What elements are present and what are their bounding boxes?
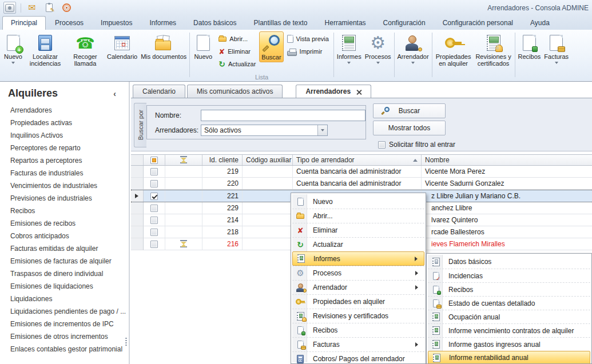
nuevo-button[interactable]: Nuevo <box>1 31 25 67</box>
ribbon-tab-procesos[interactable]: Procesos <box>47 17 92 30</box>
imprimir-button[interactable]: Imprimir <box>285 46 331 57</box>
sidebar-item-previsiones-de-industriales[interactable]: Previsiones de industriales <box>0 192 129 205</box>
row-checkbox-cell[interactable] <box>144 202 165 214</box>
mis-documentos-button[interactable]: Mis documentos <box>139 31 188 61</box>
localizar-incidencias-button[interactable]: Localizar incidencias <box>25 31 65 68</box>
tab-mis-comunicados[interactable]: Mis comunicados activos <box>187 85 283 98</box>
row-checkbox-cell[interactable] <box>144 238 165 250</box>
sidebar-item-liquidaciones[interactable]: Liquidaciones <box>0 293 129 305</box>
header-select-all[interactable] <box>144 155 165 165</box>
app-icon-button[interactable] <box>3 2 16 14</box>
header-codigo-auxiliar[interactable]: Código auxiliar <box>243 155 293 165</box>
sidebar-item-emisiones-liquidaciones[interactable]: Emisiones de liquidaciones <box>0 280 129 293</box>
sidebar-item-enlaces-contables[interactable]: Enlaces contables gestor patrimonial <box>0 343 129 355</box>
row-checkbox[interactable] <box>150 168 158 175</box>
procesos-button[interactable]: ⚙ Procesos <box>363 31 393 67</box>
recoger-llamada-button[interactable]: ☎ Recoger llamada <box>65 31 105 68</box>
sidebar-item-traspasos-dinero[interactable]: Traspasos de dinero individual <box>0 267 129 280</box>
menu-item-revisiones-certificados[interactable]: Revisiones y certificados <box>292 309 424 323</box>
calendario-button[interactable]: Calendario <box>105 31 139 61</box>
mostrar-todos-button[interactable]: Mostrar todos <box>373 121 446 135</box>
ribbon-tab-impuestos[interactable]: Impuestos <box>93 17 140 30</box>
solicitar-filtro-checkbox[interactable] <box>378 141 386 149</box>
broadcast-button[interactable] <box>60 2 73 14</box>
submenu-item-gastos-ingresos[interactable]: Informe gastos ingresos anual <box>428 337 590 351</box>
menu-item-procesos[interactable]: ⚙Procesos <box>292 266 424 280</box>
buscar-por-side-tab[interactable]: Buscar por <box>134 103 146 147</box>
sidebar-item-cobros-anticipados[interactable]: Cobros anticipados <box>0 230 129 242</box>
sidebar-item-recibos[interactable]: Recibos <box>0 205 129 217</box>
collapse-chevron-icon[interactable]: ‹ <box>113 89 116 98</box>
tab-arrendadores[interactable]: Arrendadores <box>296 85 371 98</box>
header-id-cliente[interactable]: Id. cliente <box>202 155 243 165</box>
sidebar-item-incrementos-ipc[interactable]: Emisiones de incrementos de IPC <box>0 318 129 330</box>
header-hourglass[interactable] <box>165 155 202 165</box>
combo-dropdown-button[interactable] <box>317 125 327 135</box>
sidebar-item-facturas-de-industriales[interactable]: Facturas de industriales <box>0 167 129 179</box>
nombre-input[interactable] <box>201 110 365 121</box>
vista-previa-button[interactable]: Vista previa <box>285 34 331 44</box>
row-checkbox[interactable] <box>150 241 158 248</box>
sidebar-item-inquilinos-activos[interactable]: Inquilinos Activos <box>0 129 129 142</box>
arrendador-button[interactable]: Arrendador <box>396 31 431 67</box>
row-checkbox-cell[interactable] <box>144 226 165 238</box>
ribbon-tab-informes[interactable]: Informes <box>141 17 184 30</box>
resize-handle[interactable] <box>125 338 127 347</box>
submenu-item-rentabilidad-anual[interactable]: Informe rentabilidad anual <box>428 351 590 364</box>
row-checkbox[interactable] <box>150 193 158 200</box>
menu-item-abrir[interactable]: Abrir... <box>292 209 424 223</box>
menu-item-eliminar[interactable]: ✘Eliminar <box>292 223 424 237</box>
sidebar-item-propiedades-activas[interactable]: Propiedades activas <box>0 117 129 129</box>
propiedades-en-alquiler-button[interactable]: Propiedades en alquiler <box>434 31 474 68</box>
sidebar-item-arrendadores[interactable]: Arrendadores <box>0 104 129 117</box>
menu-item-recibos[interactable]: Recibos <box>292 323 424 337</box>
tasks-button[interactable] <box>43 2 55 14</box>
table-row[interactable]: 220 Cuenta bancaria del administrador Vi… <box>131 178 592 190</box>
submenu-item-vencimiento-contratos[interactable]: Informe vencimiento contratos de alquile… <box>428 323 590 337</box>
ribbon-tab-plantillas[interactable]: Plantillas de texto <box>245 17 315 30</box>
submenu-item-recibos[interactable]: Recibos <box>428 282 590 296</box>
row-checkbox[interactable] <box>150 217 158 224</box>
recibos-button[interactable]: Recibos <box>516 31 543 61</box>
menu-item-facturas[interactable]: Facturas <box>292 337 424 351</box>
row-checkbox-cell[interactable] <box>144 214 165 226</box>
submenu-item-incidencias[interactable]: ✓Incidencias <box>428 269 590 282</box>
row-checkbox-cell[interactable] <box>144 190 165 202</box>
informes-button[interactable]: Informes <box>335 31 363 67</box>
menu-item-informes[interactable]: Informes <box>292 251 424 266</box>
header-tipo-arrendador[interactable]: Tipo de arrendador <box>293 155 422 165</box>
arrendadores-select[interactable]: Sólo activos <box>201 125 328 136</box>
close-icon[interactable] <box>356 89 361 94</box>
row-checkbox[interactable] <box>150 229 158 236</box>
lista-nuevo-button[interactable]: Nuevo <box>191 31 215 61</box>
sidebar-item-liquidaciones-pendientes[interactable]: Liquidaciones pendientes de pago / ... <box>0 305 129 318</box>
menu-item-arrendador[interactable]: Arrendador <box>292 280 424 294</box>
row-checkbox[interactable] <box>150 205 158 212</box>
row-checkbox-cell[interactable] <box>144 166 165 178</box>
menu-item-actualizar[interactable]: ↻Actualizar <box>292 237 424 251</box>
sidebar-item-otros-incrementos[interactable]: Emisiones de otros incrementos <box>0 330 129 343</box>
sidebar-item-emisiones-facturas[interactable]: Emisiones de facturas de alquiler <box>0 255 129 267</box>
buscar-button[interactable]: Buscar <box>259 31 283 62</box>
row-checkbox[interactable] <box>150 180 158 187</box>
ribbon-tab-herramientas[interactable]: Herramientas <box>317 17 374 30</box>
eliminar-button[interactable]: ✘Eliminar <box>216 46 258 57</box>
submenu-item-datos-basicos[interactable]: Datos básicos <box>428 255 590 269</box>
menu-item-nuevo[interactable]: Nuevo <box>292 194 424 209</box>
buscar-panel-button[interactable]: Buscar <box>373 103 446 118</box>
sidebar-item-perceptores-de-reparto[interactable]: Perceptores de reparto <box>0 142 129 154</box>
menu-item-propiedades-en-alquiler[interactable]: Propiedades en alquiler <box>292 294 424 309</box>
ribbon-tab-datos-basicos[interactable]: Datos básicos <box>185 17 244 30</box>
submenu-item-ocupacion-anual[interactable]: Ocupación anual <box>428 310 590 323</box>
submenu-item-estado-cuentas[interactable]: Estado de cuentas detallado <box>428 296 590 310</box>
sidebar-item-repartos-a-perceptores[interactable]: Repartos a perceptores <box>0 154 129 167</box>
row-checkbox-cell[interactable] <box>144 178 165 190</box>
mail-button[interactable]: ✉ <box>26 2 38 14</box>
sidebar-item-emisiones-de-recibos[interactable]: Emisiones de recibos <box>0 217 129 230</box>
ribbon-tab-configuracion[interactable]: Configuración <box>375 17 434 30</box>
table-row[interactable]: 219 Cuenta bancaria del administrador Vi… <box>131 166 592 178</box>
revisiones-certificados-button[interactable]: Revisiones y certificados <box>474 31 514 68</box>
header-nombre[interactable]: Nombre <box>422 155 592 165</box>
select-all-checkbox[interactable] <box>150 157 158 164</box>
ribbon-tab-ayuda[interactable]: Ayuda <box>522 17 558 30</box>
